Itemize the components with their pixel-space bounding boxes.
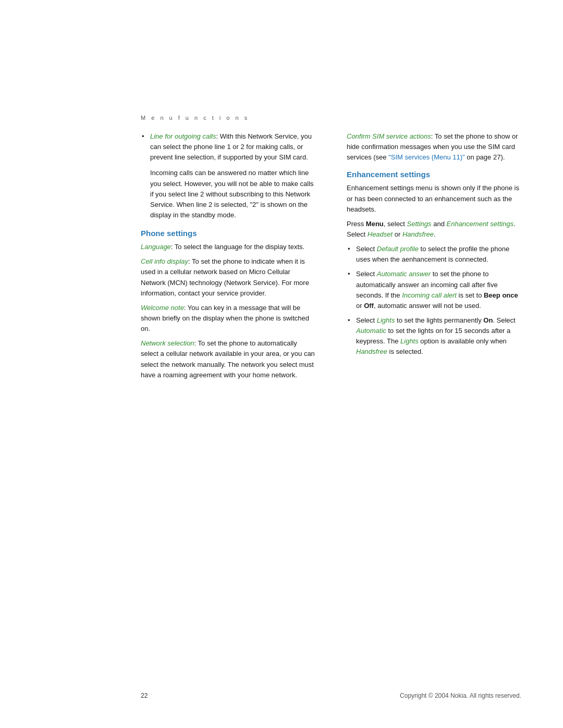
enhancement-settings-heading: Enhancement settings: [347, 170, 521, 179]
off-bold: Off: [364, 302, 374, 310]
left-column: Line for outgoing calls: With this Netwo…: [141, 131, 321, 385]
menu-functions-label: M e n u f u n c t i o n s: [141, 115, 521, 121]
default-profile-label: Default profile: [377, 245, 419, 253]
footer: 22 Copyright © 2004 Nokia. All rights re…: [141, 692, 521, 699]
right-column: Confirm SIM service actions: To set the …: [341, 131, 521, 385]
welcome-note-label: Welcome note: [141, 304, 184, 312]
confirm-sim-label: Confirm SIM service actions: [347, 132, 431, 140]
enhancement-press-instruction: Press Menu, select Settings and Enhancem…: [347, 219, 521, 240]
cell-info-display-item: Cell info display: To set the phone to i…: [141, 256, 315, 299]
menu-bold: Menu: [366, 220, 384, 228]
top-bullet-list: Line for outgoing calls: With this Netwo…: [141, 131, 315, 163]
incoming-call-alert-label: Incoming call alert: [402, 291, 457, 299]
automatic-answer-item: Select Automatic answer to set the phone…: [347, 269, 521, 311]
line-for-outgoing-label: Line for outgoing calls: [150, 132, 216, 140]
line-for-outgoing-calls-section: Line for outgoing calls: With this Netwo…: [141, 131, 315, 220]
confirm-sim-page-text: on page 27).: [465, 153, 505, 161]
two-column-layout: Line for outgoing calls: With this Netwo…: [141, 131, 521, 385]
confirm-sim-item: Confirm SIM service actions: To set the …: [347, 131, 521, 163]
page: M e n u f u n c t i o n s Line for outgo…: [0, 0, 563, 728]
language-item: Language: To select the language for the…: [141, 242, 315, 252]
handsfree-italic: Handsfree: [402, 230, 434, 238]
page-number: 22: [141, 692, 148, 699]
handsfree-option-label: Handsfree: [356, 348, 387, 355]
welcome-note-item: Welcome note: You can key in a message t…: [141, 303, 315, 334]
language-text: : To select the language for the display…: [171, 243, 304, 251]
copyright: Copyright © 2004 Nokia. All rights reser…: [400, 692, 521, 699]
headset-italic: Headset: [368, 230, 393, 238]
lights-option-label: Lights: [400, 337, 419, 345]
default-profile-item: Select Default profile to select the pro…: [347, 244, 521, 265]
network-selection-item: Network selection: To set the phone to a…: [141, 338, 315, 380]
enhancement-settings-italic: Enhancement settings: [447, 220, 514, 228]
beep-once-bold: Beep once: [484, 291, 518, 299]
line-for-outgoing-calls-item: Line for outgoing calls: With this Netwo…: [141, 131, 315, 163]
sim-services-link[interactable]: "SIM services (Menu 11)": [388, 153, 465, 161]
settings-italic: Settings: [407, 220, 432, 228]
phone-settings-heading: Phone settings: [141, 229, 315, 238]
lights-item: Select Lights to set the lights permanen…: [347, 315, 521, 357]
incoming-calls-paragraph: Incoming calls can be answered no matter…: [141, 168, 315, 220]
enhancement-intro: Enhancement settings menu is shown only …: [347, 183, 521, 214]
content-area: M e n u f u n c t i o n s Line for outgo…: [141, 115, 521, 665]
automatic-answer-label: Automatic answer: [377, 270, 431, 278]
lights-label: Lights: [377, 316, 395, 324]
cell-info-display-label: Cell info display: [141, 257, 188, 265]
enhancement-bullet-list: Select Default profile to select the pro…: [347, 244, 521, 357]
automatic-label: Automatic: [356, 327, 386, 335]
on-bold: On: [483, 316, 493, 324]
language-label: Language: [141, 243, 171, 251]
network-selection-label: Network selection: [141, 339, 194, 347]
